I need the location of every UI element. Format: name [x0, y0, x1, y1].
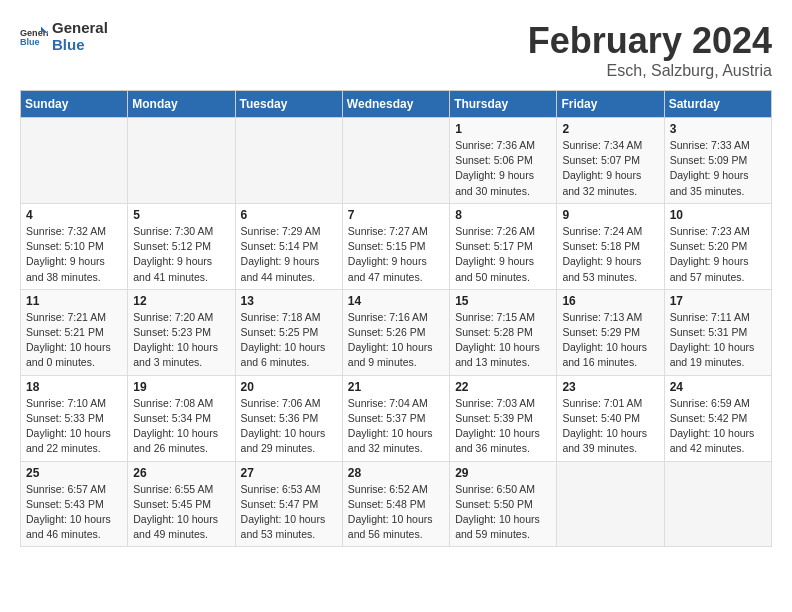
calendar-week-4: 18Sunrise: 7:10 AM Sunset: 5:33 PM Dayli…: [21, 375, 772, 461]
day-detail: Sunrise: 7:06 AM Sunset: 5:36 PM Dayligh…: [241, 396, 337, 457]
day-number: 13: [241, 294, 337, 308]
calendar-cell: 13Sunrise: 7:18 AM Sunset: 5:25 PM Dayli…: [235, 289, 342, 375]
calendar-cell: 11Sunrise: 7:21 AM Sunset: 5:21 PM Dayli…: [21, 289, 128, 375]
day-detail: Sunrise: 7:27 AM Sunset: 5:15 PM Dayligh…: [348, 224, 444, 285]
day-number: 15: [455, 294, 551, 308]
calendar-table: SundayMondayTuesdayWednesdayThursdayFrid…: [20, 90, 772, 547]
day-detail: Sunrise: 7:01 AM Sunset: 5:40 PM Dayligh…: [562, 396, 658, 457]
day-detail: Sunrise: 7:21 AM Sunset: 5:21 PM Dayligh…: [26, 310, 122, 371]
calendar-cell: 20Sunrise: 7:06 AM Sunset: 5:36 PM Dayli…: [235, 375, 342, 461]
calendar-cell: 25Sunrise: 6:57 AM Sunset: 5:43 PM Dayli…: [21, 461, 128, 547]
day-detail: Sunrise: 7:10 AM Sunset: 5:33 PM Dayligh…: [26, 396, 122, 457]
calendar-cell: 19Sunrise: 7:08 AM Sunset: 5:34 PM Dayli…: [128, 375, 235, 461]
calendar-cell: [235, 118, 342, 204]
calendar-cell: 6Sunrise: 7:29 AM Sunset: 5:14 PM Daylig…: [235, 203, 342, 289]
day-detail: Sunrise: 7:30 AM Sunset: 5:12 PM Dayligh…: [133, 224, 229, 285]
calendar-week-2: 4Sunrise: 7:32 AM Sunset: 5:10 PM Daylig…: [21, 203, 772, 289]
calendar-cell: 5Sunrise: 7:30 AM Sunset: 5:12 PM Daylig…: [128, 203, 235, 289]
day-detail: Sunrise: 7:36 AM Sunset: 5:06 PM Dayligh…: [455, 138, 551, 199]
calendar-cell: [128, 118, 235, 204]
day-detail: Sunrise: 7:16 AM Sunset: 5:26 PM Dayligh…: [348, 310, 444, 371]
calendar-cell: 7Sunrise: 7:27 AM Sunset: 5:15 PM Daylig…: [342, 203, 449, 289]
calendar-cell: 24Sunrise: 6:59 AM Sunset: 5:42 PM Dayli…: [664, 375, 771, 461]
calendar-cell: [342, 118, 449, 204]
calendar-cell: 8Sunrise: 7:26 AM Sunset: 5:17 PM Daylig…: [450, 203, 557, 289]
day-detail: Sunrise: 6:57 AM Sunset: 5:43 PM Dayligh…: [26, 482, 122, 543]
page-header: General Blue General Blue February 2024 …: [20, 20, 772, 80]
day-number: 7: [348, 208, 444, 222]
day-number: 16: [562, 294, 658, 308]
day-number: 25: [26, 466, 122, 480]
day-header-thursday: Thursday: [450, 91, 557, 118]
day-detail: Sunrise: 7:34 AM Sunset: 5:07 PM Dayligh…: [562, 138, 658, 199]
day-number: 4: [26, 208, 122, 222]
calendar-header-row: SundayMondayTuesdayWednesdayThursdayFrid…: [21, 91, 772, 118]
svg-text:Blue: Blue: [20, 37, 40, 47]
calendar-cell: 23Sunrise: 7:01 AM Sunset: 5:40 PM Dayli…: [557, 375, 664, 461]
day-detail: Sunrise: 7:24 AM Sunset: 5:18 PM Dayligh…: [562, 224, 658, 285]
day-number: 28: [348, 466, 444, 480]
day-number: 9: [562, 208, 658, 222]
logo-icon: General Blue: [20, 23, 48, 51]
title-block: February 2024 Esch, Salzburg, Austria: [528, 20, 772, 80]
calendar-cell: 9Sunrise: 7:24 AM Sunset: 5:18 PM Daylig…: [557, 203, 664, 289]
day-header-tuesday: Tuesday: [235, 91, 342, 118]
day-detail: Sunrise: 7:32 AM Sunset: 5:10 PM Dayligh…: [26, 224, 122, 285]
day-number: 26: [133, 466, 229, 480]
day-header-monday: Monday: [128, 91, 235, 118]
calendar-cell: 26Sunrise: 6:55 AM Sunset: 5:45 PM Dayli…: [128, 461, 235, 547]
day-detail: Sunrise: 7:26 AM Sunset: 5:17 PM Dayligh…: [455, 224, 551, 285]
day-number: 10: [670, 208, 766, 222]
day-header-saturday: Saturday: [664, 91, 771, 118]
day-number: 22: [455, 380, 551, 394]
day-number: 24: [670, 380, 766, 394]
day-detail: Sunrise: 6:52 AM Sunset: 5:48 PM Dayligh…: [348, 482, 444, 543]
day-number: 21: [348, 380, 444, 394]
calendar-cell: 10Sunrise: 7:23 AM Sunset: 5:20 PM Dayli…: [664, 203, 771, 289]
day-header-friday: Friday: [557, 91, 664, 118]
day-number: 18: [26, 380, 122, 394]
day-detail: Sunrise: 6:53 AM Sunset: 5:47 PM Dayligh…: [241, 482, 337, 543]
day-detail: Sunrise: 7:13 AM Sunset: 5:29 PM Dayligh…: [562, 310, 658, 371]
calendar-cell: 21Sunrise: 7:04 AM Sunset: 5:37 PM Dayli…: [342, 375, 449, 461]
day-number: 3: [670, 122, 766, 136]
day-number: 12: [133, 294, 229, 308]
day-detail: Sunrise: 7:03 AM Sunset: 5:39 PM Dayligh…: [455, 396, 551, 457]
day-header-sunday: Sunday: [21, 91, 128, 118]
logo: General Blue General Blue: [20, 20, 108, 53]
day-number: 8: [455, 208, 551, 222]
logo-text: General Blue: [52, 20, 108, 53]
day-detail: Sunrise: 7:29 AM Sunset: 5:14 PM Dayligh…: [241, 224, 337, 285]
calendar-week-1: 1Sunrise: 7:36 AM Sunset: 5:06 PM Daylig…: [21, 118, 772, 204]
day-detail: Sunrise: 7:15 AM Sunset: 5:28 PM Dayligh…: [455, 310, 551, 371]
day-detail: Sunrise: 6:59 AM Sunset: 5:42 PM Dayligh…: [670, 396, 766, 457]
day-detail: Sunrise: 7:11 AM Sunset: 5:31 PM Dayligh…: [670, 310, 766, 371]
calendar-cell: 15Sunrise: 7:15 AM Sunset: 5:28 PM Dayli…: [450, 289, 557, 375]
day-number: 23: [562, 380, 658, 394]
day-detail: Sunrise: 7:20 AM Sunset: 5:23 PM Dayligh…: [133, 310, 229, 371]
calendar-cell: 14Sunrise: 7:16 AM Sunset: 5:26 PM Dayli…: [342, 289, 449, 375]
day-detail: Sunrise: 7:04 AM Sunset: 5:37 PM Dayligh…: [348, 396, 444, 457]
day-detail: Sunrise: 6:50 AM Sunset: 5:50 PM Dayligh…: [455, 482, 551, 543]
day-header-wednesday: Wednesday: [342, 91, 449, 118]
calendar-cell: [557, 461, 664, 547]
calendar-cell: 28Sunrise: 6:52 AM Sunset: 5:48 PM Dayli…: [342, 461, 449, 547]
calendar-week-3: 11Sunrise: 7:21 AM Sunset: 5:21 PM Dayli…: [21, 289, 772, 375]
calendar-cell: 16Sunrise: 7:13 AM Sunset: 5:29 PM Dayli…: [557, 289, 664, 375]
day-number: 6: [241, 208, 337, 222]
day-detail: Sunrise: 7:23 AM Sunset: 5:20 PM Dayligh…: [670, 224, 766, 285]
day-number: 14: [348, 294, 444, 308]
day-detail: Sunrise: 7:08 AM Sunset: 5:34 PM Dayligh…: [133, 396, 229, 457]
calendar-cell: 12Sunrise: 7:20 AM Sunset: 5:23 PM Dayli…: [128, 289, 235, 375]
day-number: 5: [133, 208, 229, 222]
day-detail: Sunrise: 7:33 AM Sunset: 5:09 PM Dayligh…: [670, 138, 766, 199]
day-number: 17: [670, 294, 766, 308]
calendar-cell: 18Sunrise: 7:10 AM Sunset: 5:33 PM Dayli…: [21, 375, 128, 461]
day-detail: Sunrise: 7:18 AM Sunset: 5:25 PM Dayligh…: [241, 310, 337, 371]
calendar-cell: [664, 461, 771, 547]
calendar-title: February 2024: [528, 20, 772, 62]
calendar-cell: 17Sunrise: 7:11 AM Sunset: 5:31 PM Dayli…: [664, 289, 771, 375]
day-number: 29: [455, 466, 551, 480]
calendar-cell: 4Sunrise: 7:32 AM Sunset: 5:10 PM Daylig…: [21, 203, 128, 289]
day-number: 2: [562, 122, 658, 136]
